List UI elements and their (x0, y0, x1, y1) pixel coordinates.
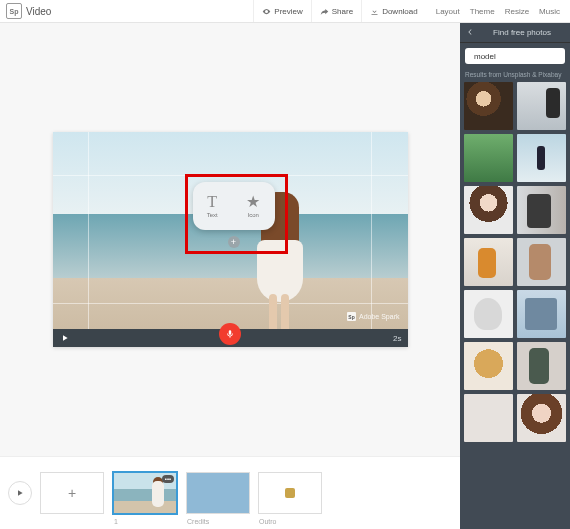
photo-result[interactable] (517, 394, 566, 442)
guide-v (88, 132, 89, 347)
photo-result[interactable] (517, 134, 566, 182)
video-canvas[interactable]: T Text ★ Icon + Sp Adobe Spark 2s (53, 132, 408, 347)
back-icon[interactable] (466, 28, 474, 36)
add-text-button[interactable]: T Text (207, 194, 218, 218)
watermark: Sp Adobe Spark (347, 312, 399, 321)
photo-result[interactable] (464, 82, 513, 130)
timeline: + ••• 1 Credits Outro (0, 456, 460, 529)
top-bar: Sp Video Preview Share Download Layout T… (0, 0, 570, 23)
photo-result[interactable] (464, 290, 513, 338)
slide-label: Credits (187, 518, 209, 525)
search-input[interactable] (472, 51, 570, 62)
record-narration-button[interactable] (219, 323, 241, 345)
photo-result[interactable] (464, 342, 513, 390)
side-header: Find free photos (460, 22, 570, 43)
slide-thumb-credits[interactable]: Credits (186, 472, 250, 514)
tab-layout[interactable]: Layout (436, 7, 460, 16)
side-panel: Find free photos ▾ Results from Unsplash… (460, 22, 570, 529)
preview-label: Preview (274, 7, 302, 16)
photo-result[interactable] (464, 186, 513, 234)
star-icon: ★ (246, 194, 260, 210)
add-more-button[interactable]: + (228, 236, 240, 248)
add-text-label: Text (207, 212, 218, 218)
photo-grid (460, 82, 570, 529)
watermark-text: Adobe Spark (359, 313, 399, 320)
playback-bar: 2s (53, 329, 408, 347)
microphone-icon (225, 329, 235, 339)
photo-result[interactable] (464, 134, 513, 182)
guide-h (53, 175, 408, 176)
photo-search[interactable]: ▾ (465, 48, 565, 64)
tab-resize[interactable]: Resize (505, 7, 529, 16)
watermark-logo: Sp (347, 312, 356, 321)
photo-result[interactable] (517, 290, 566, 338)
tab-theme[interactable]: Theme (470, 7, 495, 16)
play-icon (16, 489, 24, 497)
play-icon (61, 334, 69, 342)
slide-thumb-1[interactable]: ••• 1 (112, 471, 178, 515)
preview-button[interactable]: Preview (253, 0, 310, 22)
photo-result[interactable] (517, 342, 566, 390)
eye-icon (262, 7, 271, 16)
add-content-popover: T Text ★ Icon + (193, 182, 275, 230)
add-slide-button[interactable]: + (40, 472, 104, 514)
slide-thumb-outro[interactable]: Outro (258, 472, 322, 514)
slide-index: 1 (114, 518, 118, 525)
add-icon-button[interactable]: ★ Icon (246, 194, 260, 218)
tab-music[interactable]: Music (539, 7, 560, 16)
app-logo: Sp (6, 3, 22, 19)
side-title: Find free photos (493, 28, 551, 37)
timeline-play-button[interactable] (8, 481, 32, 505)
slide-menu-button[interactable]: ••• (162, 475, 174, 483)
photo-result[interactable] (464, 238, 513, 286)
photo-result[interactable] (464, 394, 513, 442)
add-icon-label: Icon (248, 212, 259, 218)
slide-duration[interactable]: 2s (393, 334, 401, 343)
results-source: Results from Unsplash & Pixabay (465, 71, 565, 78)
guide-h (53, 303, 408, 304)
share-icon (320, 7, 329, 16)
outro-logo-icon (285, 488, 295, 498)
share-button[interactable]: Share (311, 0, 361, 22)
photo-result[interactable] (517, 238, 566, 286)
play-button[interactable] (59, 332, 71, 344)
text-icon: T (207, 194, 217, 210)
top-actions: Preview Share Download (253, 0, 425, 22)
app-title: Video (26, 6, 51, 17)
download-icon (370, 7, 379, 16)
photo-result[interactable] (517, 186, 566, 234)
download-button[interactable]: Download (361, 0, 426, 22)
photo-result[interactable] (517, 82, 566, 130)
download-label: Download (382, 7, 418, 16)
slide-label: Outro (259, 518, 277, 525)
stage: T Text ★ Icon + Sp Adobe Spark 2s (0, 22, 460, 457)
share-label: Share (332, 7, 353, 16)
right-tabs: Layout Theme Resize Music (426, 7, 570, 16)
